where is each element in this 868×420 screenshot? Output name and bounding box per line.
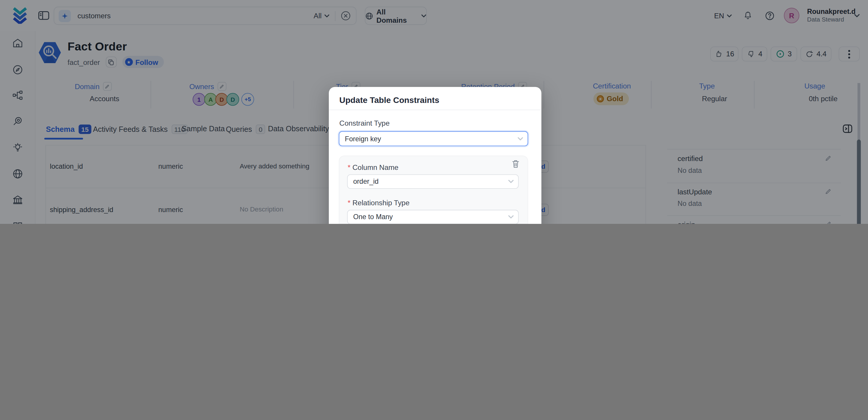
- update-table-constraints-modal: Update Table Constraints Constraint Type…: [329, 87, 541, 224]
- relationship-type-label: Relationship Type: [348, 199, 410, 207]
- constraint-type-label: Constraint Type: [339, 119, 390, 127]
- modal-title: Update Table Constraints: [339, 95, 439, 105]
- delete-constraint-trash-icon[interactable]: [512, 159, 520, 169]
- relationship-type-select[interactable]: One to Many: [347, 210, 519, 224]
- column-name-label: Column Name: [348, 163, 399, 172]
- app-window: customers All All Domains EN: [0, 0, 868, 224]
- constraint-type-select[interactable]: Foreign key: [339, 131, 528, 146]
- divider: [329, 110, 541, 110]
- column-name-select[interactable]: order_id: [347, 174, 519, 189]
